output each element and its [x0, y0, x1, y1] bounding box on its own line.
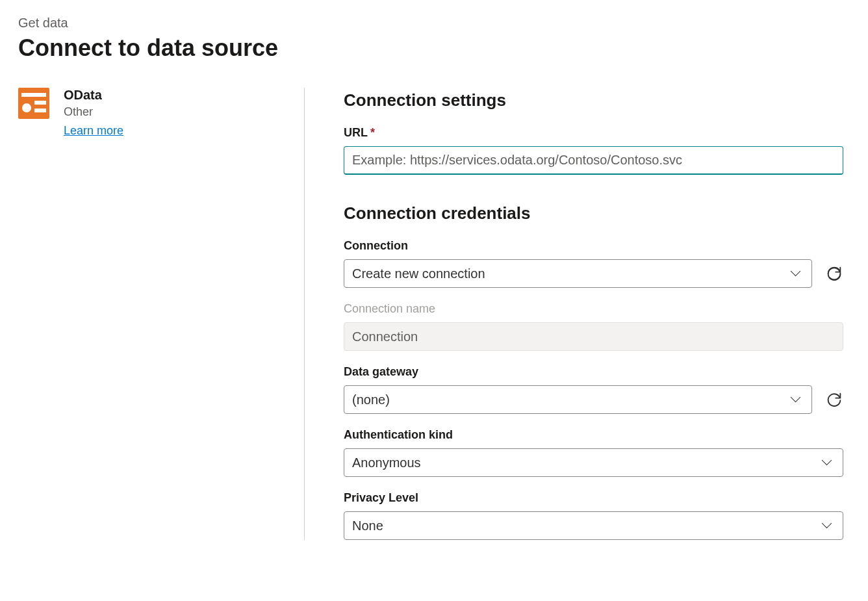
authentication-kind-select[interactable]: Anonymous — [344, 448, 843, 477]
refresh-icon — [825, 390, 843, 409]
chevron-down-icon — [791, 268, 801, 279]
connection-select-value: Create new connection — [352, 266, 485, 281]
learn-more-link[interactable]: Learn more — [64, 124, 123, 138]
required-asterisk: * — [370, 126, 375, 139]
chevron-down-icon — [791, 394, 801, 405]
authentication-kind-select-value: Anonymous — [352, 455, 421, 470]
chevron-down-icon — [822, 457, 832, 468]
connection-select[interactable]: Create new connection — [344, 259, 812, 288]
privacy-level-label: Privacy Level — [344, 491, 843, 505]
odata-connector-icon — [18, 88, 49, 119]
source-category: Other — [64, 105, 123, 119]
page-title: Connect to data source — [18, 34, 850, 62]
refresh-icon — [825, 264, 843, 283]
url-label-text: URL — [344, 126, 368, 139]
data-gateway-select-value: (none) — [352, 392, 390, 407]
connection-label: Connection — [344, 239, 843, 253]
source-name: OData — [64, 88, 123, 103]
form-panel: Connection settings URL* Connection cred… — [304, 88, 843, 540]
connection-name-input — [344, 322, 843, 351]
data-gateway-refresh-button[interactable] — [825, 390, 843, 409]
privacy-level-select-value: None — [352, 518, 383, 533]
connection-settings-heading: Connection settings — [344, 90, 843, 110]
data-gateway-select[interactable]: (none) — [344, 385, 812, 414]
connection-name-label: Connection name — [344, 302, 843, 316]
data-gateway-label: Data gateway — [344, 365, 843, 379]
connection-refresh-button[interactable] — [825, 264, 843, 283]
authentication-kind-label: Authentication kind — [344, 428, 843, 442]
privacy-level-select[interactable]: None — [344, 511, 843, 540]
source-panel: OData Other Learn more — [18, 88, 304, 540]
url-input[interactable] — [344, 146, 843, 175]
chevron-down-icon — [822, 520, 832, 531]
connection-credentials-heading: Connection credentials — [344, 203, 843, 224]
breadcrumb: Get data — [18, 16, 850, 31]
url-label: URL* — [344, 126, 843, 140]
